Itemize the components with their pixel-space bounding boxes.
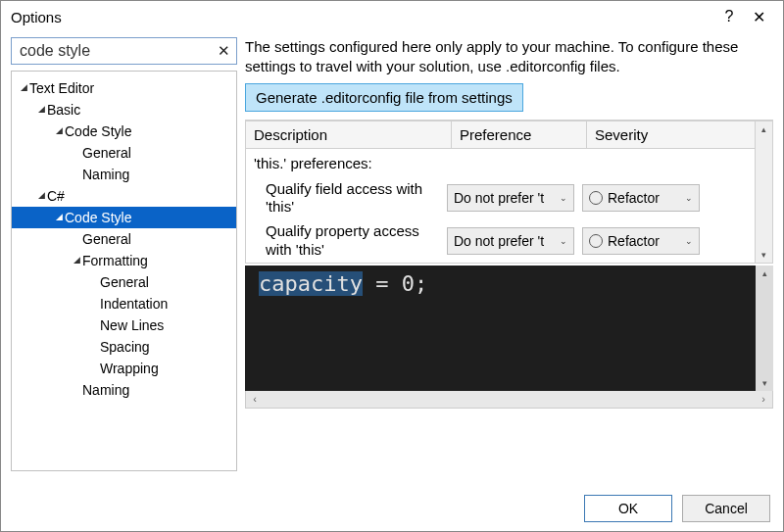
tree-item-label: Indentation <box>100 293 168 314</box>
radio-icon <box>589 234 603 248</box>
generate-editorconfig-button[interactable]: Generate .editorconfig file from setting… <box>245 83 523 112</box>
caret-down-icon: ◢ <box>35 98 47 120</box>
scroll-up-icon[interactable]: ▴ <box>756 121 772 137</box>
close-icon[interactable]: ✕ <box>744 8 773 26</box>
scroll-up-icon[interactable]: ▴ <box>756 266 773 281</box>
tree-item-label: General <box>100 271 149 293</box>
scroll-left-icon[interactable]: ‹ <box>246 393 264 405</box>
search-box[interactable]: ✕ <box>11 37 237 65</box>
help-icon[interactable]: ? <box>714 8 744 25</box>
tree-item-label: Wrapping <box>100 358 159 379</box>
settings-row: Qualify field access with 'this'Do not p… <box>246 177 755 220</box>
code-hscrollbar[interactable]: ‹ › <box>245 391 773 409</box>
code-highlight: capacity <box>259 271 363 296</box>
tree-item[interactable]: New Lines <box>12 314 236 336</box>
tree-item[interactable]: ◢ Text Editor <box>12 77 236 99</box>
tree-item-label: Spacing <box>100 336 150 358</box>
severity-dropdown[interactable]: Refactor⌄ <box>582 184 700 212</box>
tree-item-label: General <box>82 228 131 250</box>
setting-description: Qualify property access with 'this' <box>266 222 447 260</box>
code-rest: = 0; <box>363 271 427 296</box>
code-vscrollbar[interactable]: ▴ ▾ <box>756 266 773 391</box>
tree-item[interactable]: Naming <box>12 379 236 401</box>
tree-item[interactable]: Wrapping <box>12 358 236 379</box>
tree-item-label: Code Style <box>65 121 131 142</box>
tree-item-label: Naming <box>82 164 129 185</box>
tree-item[interactable]: Spacing <box>12 336 236 358</box>
tree-item[interactable]: General <box>12 142 236 164</box>
severity-dropdown[interactable]: Refactor⌄ <box>582 227 700 255</box>
tree-item[interactable]: General <box>12 271 236 293</box>
code-preview: capacity = 0; ▴ ▾ <box>245 266 773 391</box>
caret-down-icon: ◢ <box>53 120 65 141</box>
cancel-button[interactable]: Cancel <box>682 495 770 522</box>
window-title: Options <box>11 9 62 25</box>
code-area: capacity = 0; <box>245 266 756 391</box>
tree-item[interactable]: ◢ Code Style <box>12 121 236 142</box>
tree-item[interactable]: Indentation <box>12 293 236 314</box>
tree-item-label: New Lines <box>100 314 164 336</box>
tree-item[interactable]: General <box>12 228 236 250</box>
tree-item-label: Code Style <box>65 207 131 228</box>
table-scrollbar[interactable]: ▴ ▾ <box>756 121 773 264</box>
scroll-right-icon[interactable]: › <box>755 393 772 405</box>
caret-down-icon: ◢ <box>53 206 65 227</box>
tree-item-label: Naming <box>82 379 129 401</box>
options-tree[interactable]: ◢ Text Editor◢ Basic◢ Code Style General… <box>11 71 237 471</box>
dialog-footer: OK Cancel <box>584 495 770 522</box>
tree-item[interactable]: ◢ C# <box>12 185 236 207</box>
tree-item-label: Basic <box>47 99 80 121</box>
col-preference[interactable]: Preference <box>452 121 587 149</box>
tree-item[interactable]: Naming <box>12 164 236 185</box>
info-text: The settings configured here only apply … <box>245 37 773 77</box>
scroll-down-icon[interactable]: ▾ <box>756 247 772 263</box>
setting-description: Qualify field access with 'this' <box>266 180 447 218</box>
scroll-down-icon[interactable]: ▾ <box>756 375 773 391</box>
tree-item[interactable]: ◢ Formatting <box>12 250 236 271</box>
title-bar: Options ? ✕ <box>1 1 783 32</box>
preference-dropdown[interactable]: Do not prefer 't⌄ <box>447 184 574 212</box>
radio-icon <box>589 191 603 205</box>
tree-item-label: Formatting <box>82 250 148 271</box>
tree-item[interactable]: ◢ Basic <box>12 99 236 121</box>
tree-item-label: Text Editor <box>29 77 94 99</box>
col-description[interactable]: Description <box>245 121 452 149</box>
caret-down-icon: ◢ <box>18 76 29 98</box>
col-severity[interactable]: Severity <box>587 121 756 149</box>
search-input[interactable] <box>18 41 218 61</box>
preference-dropdown[interactable]: Do not prefer 't⌄ <box>447 227 574 255</box>
ok-button[interactable]: OK <box>584 495 672 522</box>
caret-down-icon: ◢ <box>71 249 82 270</box>
tree-item[interactable]: ◢ Code Style <box>12 207 236 228</box>
settings-group: 'this.' preferences: <box>246 149 755 177</box>
caret-down-icon: ◢ <box>35 184 47 206</box>
settings-table: Description Preference Severity 'this.' … <box>245 120 773 264</box>
tree-item-label: General <box>82 142 131 164</box>
tree-item-label: C# <box>47 185 65 207</box>
clear-search-icon[interactable]: ✕ <box>218 42 230 60</box>
settings-row: Qualify property access with 'this'Do no… <box>246 219 755 263</box>
